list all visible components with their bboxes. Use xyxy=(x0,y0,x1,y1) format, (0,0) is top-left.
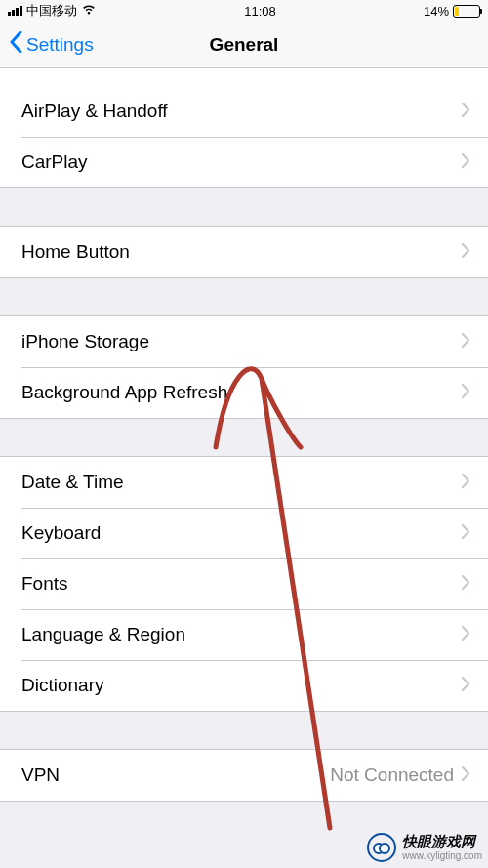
row-keyboard[interactable]: Keyboard xyxy=(0,508,488,558)
group-home-button: Home Button xyxy=(0,226,488,278)
row-label: Fonts xyxy=(21,573,462,595)
back-button[interactable]: Settings xyxy=(0,31,94,58)
row-fonts[interactable]: Fonts xyxy=(0,558,488,609)
chevron-right-icon xyxy=(462,153,470,172)
chevron-right-icon xyxy=(462,524,470,543)
row-label: Home Button xyxy=(21,241,462,263)
signal-strength-icon xyxy=(8,6,22,16)
group-airdrop: AirDrop AirPlay & Handoff CarPlay xyxy=(0,68,488,188)
status-bar: 中国移动 11:08 14% xyxy=(0,0,488,21)
chevron-right-icon xyxy=(462,766,470,785)
row-label: AirPlay & Handoff xyxy=(21,101,462,122)
chevron-right-icon xyxy=(462,677,470,695)
row-airplay-handoff[interactable]: AirPlay & Handoff xyxy=(0,86,488,137)
group-storage: iPhone Storage Background App Refresh xyxy=(0,315,488,419)
group-date-time: Date & Time Keyboard Fonts Language & Re… xyxy=(0,456,488,712)
chevron-right-icon xyxy=(462,243,470,262)
row-label: VPN xyxy=(21,765,330,786)
chevron-right-icon xyxy=(462,384,470,402)
watermark-logo-icon xyxy=(367,833,396,862)
watermark: 快眼游戏网 www.kyligting.com xyxy=(367,833,482,862)
row-label: Keyboard xyxy=(21,522,462,544)
status-right: 14% xyxy=(424,4,480,19)
watermark-name: 快眼游戏网 xyxy=(402,834,482,850)
row-dictionary[interactable]: Dictionary xyxy=(0,660,488,711)
chevron-right-icon xyxy=(462,333,470,351)
battery-icon xyxy=(453,5,480,18)
clock: 11:08 xyxy=(244,4,276,19)
nav-bar: Settings General xyxy=(0,21,488,68)
group-vpn: VPN Not Connected xyxy=(0,749,488,802)
wifi-icon xyxy=(81,4,97,19)
row-label: Date & Time xyxy=(21,472,462,493)
row-label: CarPlay xyxy=(21,151,462,173)
battery-percent: 14% xyxy=(424,4,449,19)
row-background-app-refresh[interactable]: Background App Refresh xyxy=(0,367,488,418)
row-airdrop[interactable]: AirDrop xyxy=(0,68,488,86)
chevron-left-icon xyxy=(10,31,22,58)
back-label: Settings xyxy=(26,34,94,56)
chevron-right-icon xyxy=(462,575,470,594)
chevron-right-icon xyxy=(462,626,470,644)
status-left: 中国移动 xyxy=(8,2,97,20)
row-label: iPhone Storage xyxy=(21,331,462,352)
chevron-right-icon xyxy=(462,474,470,492)
settings-list: AirDrop AirPlay & Handoff CarPlay Home B… xyxy=(0,68,488,802)
carrier-label: 中国移动 xyxy=(26,2,77,20)
row-detail: Not Connected xyxy=(330,765,454,786)
row-label: Background App Refresh xyxy=(21,382,462,403)
row-iphone-storage[interactable]: iPhone Storage xyxy=(0,316,488,367)
row-vpn[interactable]: VPN Not Connected xyxy=(0,750,488,801)
chevron-right-icon xyxy=(462,103,470,121)
row-label: Dictionary xyxy=(21,675,462,696)
row-home-button[interactable]: Home Button xyxy=(0,227,488,277)
watermark-url: www.kyligting.com xyxy=(402,850,482,861)
row-date-time[interactable]: Date & Time xyxy=(0,457,488,508)
row-carplay[interactable]: CarPlay xyxy=(0,137,488,187)
row-label: Language & Region xyxy=(21,624,462,645)
row-language-region[interactable]: Language & Region xyxy=(0,609,488,660)
